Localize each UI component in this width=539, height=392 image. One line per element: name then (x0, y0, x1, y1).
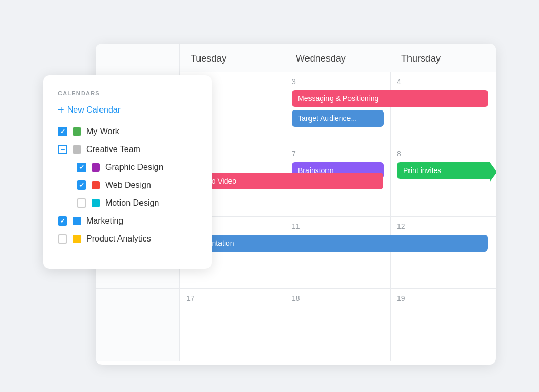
sidebar-item-marketing[interactable]: Marketing (58, 216, 197, 226)
sidebar-item-product-analytics[interactable]: Product Analytics (58, 234, 197, 244)
color-dot-graphic-design (92, 163, 100, 172)
event-target[interactable]: Target Audience... (292, 110, 384, 127)
event-how-to-video[interactable]: How to Video (186, 173, 383, 189)
sidebar-item-creative-team[interactable]: Creative Team (58, 145, 197, 154)
color-dot-product-analytics (73, 235, 81, 243)
color-dot-web-design (92, 181, 100, 189)
day-number: 3 (292, 77, 384, 86)
day-number: 7 (292, 149, 384, 158)
calendar-name-web-design: Web Design (105, 180, 151, 190)
cell-wed-3: 11 (285, 217, 391, 289)
day-number: 17 (186, 294, 278, 303)
day-number: 18 (292, 294, 384, 303)
cell-thu-2: 8 Print invites (391, 144, 496, 217)
day-number: 4 (397, 77, 490, 86)
checkbox-web-design[interactable] (77, 180, 86, 190)
cell-thu-4: 19 (391, 289, 496, 361)
day-number: 8 (397, 149, 490, 158)
cell-thu-1: 4 (391, 72, 496, 145)
header-wednesday: Wednesday (285, 44, 391, 72)
calendar-name-my-work: My Work (86, 127, 119, 136)
cell-tue-4: 17 (180, 289, 285, 361)
new-calendar-label: New Calendar (67, 105, 121, 115)
sidebar: CALENDARS + New Calendar My Work Creativ… (43, 75, 212, 269)
event-presentation[interactable]: Presentation (186, 235, 488, 252)
row-label-4 (96, 289, 180, 361)
calendar-name-graphic-design: Graphic Design (105, 163, 163, 172)
event-messaging[interactable]: Messaging & Positioning (292, 90, 488, 107)
sidebar-item-graphic-design[interactable]: Graphic Design (58, 163, 197, 172)
color-dot-my-work (73, 127, 81, 136)
sidebar-item-web-design[interactable]: Web Design (58, 180, 197, 190)
color-dot-motion-design (92, 199, 100, 207)
header-tuesday: Tuesday (180, 44, 285, 72)
checkbox-marketing[interactable] (58, 216, 67, 226)
color-dot-marketing (73, 217, 81, 225)
calendar-header: Tuesday Wednesday Thursday (96, 44, 496, 72)
event-print-invites[interactable]: Print invites (397, 162, 490, 179)
day-number: 19 (397, 294, 490, 303)
calendar-name-creative-team: Creative Team (86, 145, 141, 154)
cell-wed-1: 3 Messaging & Positioning Target Audienc… (285, 72, 391, 145)
checkbox-motion-design[interactable] (77, 198, 86, 208)
sidebar-item-motion-design[interactable]: Motion Design (58, 198, 197, 208)
checkbox-my-work[interactable] (58, 127, 67, 136)
header-empty (96, 44, 180, 72)
cell-wed-4: 18 (285, 289, 391, 361)
header-thursday: Thursday (391, 44, 496, 72)
cell-thu-3: 12 (391, 217, 496, 289)
calendar-name-product-analytics: Product Analytics (86, 234, 151, 244)
sidebar-item-my-work[interactable]: My Work (58, 127, 197, 136)
color-dot-creative-team (73, 145, 81, 154)
day-number: 11 (292, 222, 384, 230)
checkbox-product-analytics[interactable] (58, 234, 67, 244)
calendar-name-marketing: Marketing (86, 216, 123, 226)
plus-icon: + (58, 105, 64, 115)
day-number: 12 (397, 222, 490, 230)
calendar-name-motion-design: Motion Design (105, 198, 159, 208)
checkbox-creative-team[interactable] (58, 145, 67, 154)
checkbox-graphic-design[interactable] (77, 163, 86, 172)
new-calendar-button[interactable]: + New Calendar (58, 105, 121, 115)
sidebar-section-label: CALENDARS (58, 90, 197, 96)
